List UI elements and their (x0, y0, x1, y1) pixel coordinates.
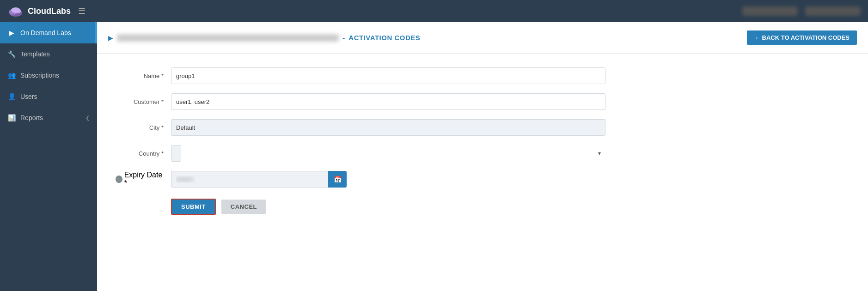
customer-row: Customer * (116, 93, 850, 110)
navbar-title: CloudLabs (28, 6, 71, 16)
city-row: City * (116, 119, 850, 136)
navbar-right (742, 6, 861, 16)
calendar-icon: 📅 (334, 176, 342, 183)
date-wrapper: 📅 (171, 171, 347, 188)
svg-point-3 (11, 7, 20, 13)
country-select-wrapper: ▾ (171, 145, 605, 162)
page-title: ACTIVATION CODES (348, 34, 420, 42)
country-select[interactable] (171, 145, 181, 162)
customer-input[interactable] (171, 93, 605, 110)
navbar: CloudLabs ☰ (0, 0, 868, 22)
sidebar-label-subscriptions: Subscriptions (20, 72, 90, 79)
user-info-blurred (742, 6, 798, 16)
sidebar-label-users: Users (20, 93, 90, 100)
form-container: Name * Customer * City * Country * (97, 54, 868, 291)
name-row: Name * (116, 67, 850, 84)
form-actions: SUBMIT CANCEL (171, 199, 850, 215)
cloudlabs-logo (7, 3, 24, 19)
expiry-label: Expiry Date * (124, 171, 164, 188)
info-icon[interactable]: i (116, 176, 122, 183)
group-icon: 👥 (7, 71, 16, 79)
hamburger-icon[interactable]: ☰ (78, 6, 86, 16)
expiry-date-input[interactable] (171, 171, 328, 188)
chevron-down-icon: ▾ (598, 150, 601, 157)
name-input[interactable] (171, 67, 605, 84)
sidebar: ▶ On Demand Labs 🔧 Templates 👥 Subscript… (0, 22, 97, 291)
sidebar-label-on-demand-labs: On Demand Labs (20, 29, 90, 36)
user-icon: 👤 (7, 92, 16, 101)
back-to-activation-codes-button[interactable]: ← BACK TO ACTIVATION CODES (747, 30, 857, 45)
main-layout: ▶ On Demand Labs 🔧 Templates 👥 Subscript… (0, 22, 868, 291)
content-header: ▶ - ACTIVATION CODES ← BACK TO ACTIVATIO… (97, 22, 868, 54)
sidebar-label-templates: Templates (20, 50, 90, 58)
header-separator: - (342, 34, 345, 42)
breadcrumb-blurred (117, 34, 339, 42)
sidebar-item-users[interactable]: 👤 Users (0, 86, 97, 107)
country-label: Country * (116, 150, 171, 157)
sidebar-item-templates[interactable]: 🔧 Templates (0, 43, 97, 65)
sidebar-item-subscriptions[interactable]: 👥 Subscriptions (0, 65, 97, 86)
cancel-button[interactable]: CANCEL (221, 200, 266, 214)
brand: CloudLabs ☰ (7, 3, 86, 19)
sidebar-label-reports: Reports (20, 114, 81, 121)
expiry-date-row: i Expiry Date * 📅 (116, 171, 850, 188)
user-menu-blurred (805, 6, 861, 16)
submit-button[interactable]: SUBMIT (171, 199, 216, 215)
customer-label: Customer * (116, 98, 171, 105)
header-left: ▶ - ACTIVATION CODES (108, 34, 420, 42)
header-expand-icon[interactable]: ▶ (108, 34, 113, 42)
country-row: Country * ▾ (116, 145, 850, 162)
chart-icon: 📊 (7, 114, 16, 122)
wrench-icon: 🔧 (7, 50, 16, 58)
play-icon: ▶ (7, 29, 16, 37)
expiry-label-wrapper: i Expiry Date * (116, 171, 171, 188)
chevron-right-icon: ❮ (86, 115, 90, 121)
content-area: ▶ - ACTIVATION CODES ← BACK TO ACTIVATIO… (97, 22, 868, 291)
city-input[interactable] (171, 119, 605, 136)
calendar-icon-button[interactable]: 📅 (328, 171, 347, 188)
name-label: Name * (116, 73, 171, 79)
sidebar-item-reports[interactable]: 📊 Reports ❮ (0, 107, 97, 128)
city-label: City * (116, 124, 171, 131)
sidebar-item-on-demand-labs[interactable]: ▶ On Demand Labs (0, 22, 97, 43)
